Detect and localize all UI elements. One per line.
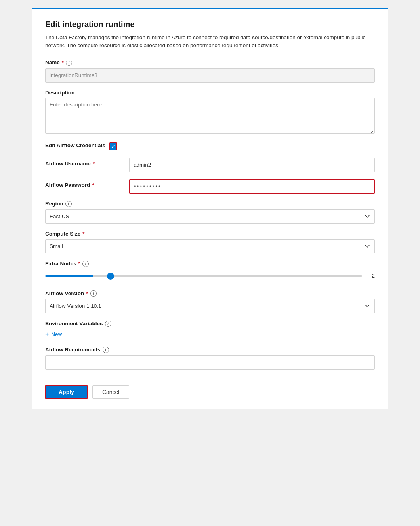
airflow-requirements-input[interactable] — [45, 355, 375, 370]
airflow-username-label: Airflow Username * — [45, 161, 124, 167]
name-input[interactable] — [45, 68, 375, 83]
airflow-version-info-icon: i — [90, 290, 97, 297]
new-env-variable-button[interactable]: + New — [45, 329, 62, 340]
airflow-requirements-info-icon: i — [103, 347, 109, 353]
region-select[interactable]: East US West US East US 2 West Europe So… — [45, 209, 375, 224]
extra-nodes-label: Extra Nodes * i — [45, 261, 375, 267]
plus-icon: + — [45, 331, 49, 338]
airflow-password-input[interactable] — [129, 179, 375, 194]
description-field-group: Description — [45, 90, 375, 135]
airflow-version-select[interactable]: Airflow Version 1.10.1 Airflow Version 2… — [45, 299, 375, 313]
edit-integration-runtime-panel: Edit integration runtime The Data Factor… — [32, 8, 388, 409]
extra-nodes-slider-container: 2 — [45, 269, 375, 283]
edit-airflow-credentials-row: Edit Airflow Credentials ✓ — [45, 142, 375, 151]
description-label: Description — [45, 90, 375, 96]
airflow-version-label: Airflow Version * i — [45, 290, 375, 297]
apply-button[interactable]: Apply — [45, 385, 88, 399]
name-required-star: * — [62, 60, 64, 65]
panel-title: Edit integration runtime — [45, 20, 375, 29]
region-label: Region i — [45, 201, 375, 207]
airflow-password-required-star: * — [92, 182, 94, 188]
new-button-label: New — [51, 331, 62, 337]
edit-airflow-credentials-checkbox[interactable]: ✓ — [109, 142, 117, 150]
extra-nodes-required-star: * — [78, 261, 80, 267]
airflow-version-field-group: Airflow Version * i Airflow Version 1.10… — [45, 290, 375, 313]
name-field-group: Name * i — [45, 60, 375, 83]
env-variables-field-group: Environment Variables i + New — [45, 321, 375, 340]
airflow-version-required-star: * — [86, 290, 88, 296]
airflow-password-label: Airflow Password * — [45, 182, 124, 188]
name-info-icon: i — [66, 60, 72, 66]
region-info-icon: i — [65, 201, 72, 207]
region-field-group: Region i East US West US East US 2 West … — [45, 201, 375, 224]
edit-airflow-credentials-label: Edit Airflow Credentials — [45, 142, 105, 148]
cancel-button[interactable]: Cancel — [92, 385, 130, 399]
footer: Apply Cancel — [45, 377, 375, 409]
airflow-username-input[interactable] — [129, 158, 375, 172]
extra-nodes-field-group: Extra Nodes * i 2 — [45, 261, 375, 283]
extra-nodes-value: 2 — [367, 273, 375, 280]
compute-size-required-star: * — [82, 231, 84, 237]
name-label: Name * i — [45, 60, 375, 66]
airflow-requirements-field-group: Airflow Requirements i — [45, 347, 375, 370]
description-input[interactable] — [45, 98, 375, 134]
extra-nodes-info-icon: i — [82, 261, 89, 267]
panel-description: The Data Factory manages the integration… — [45, 34, 375, 50]
env-variables-info-icon: i — [105, 321, 111, 327]
airflow-username-required-star: * — [93, 161, 95, 167]
airflow-password-row: Airflow Password * — [45, 179, 375, 194]
airflow-username-row: Airflow Username * — [45, 158, 375, 172]
compute-size-select[interactable]: Small Medium Large — [45, 239, 375, 253]
checkmark-icon: ✓ — [111, 144, 116, 149]
compute-size-label: Compute Size * — [45, 231, 375, 237]
env-variables-label: Environment Variables i — [45, 321, 375, 327]
airflow-requirements-label: Airflow Requirements i — [45, 347, 375, 353]
extra-nodes-slider[interactable] — [45, 275, 362, 277]
compute-size-field-group: Compute Size * Small Medium Large — [45, 231, 375, 253]
